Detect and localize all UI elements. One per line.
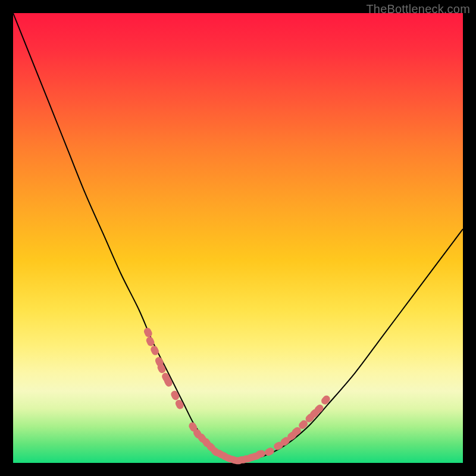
bottleneck-chart xyxy=(13,13,463,463)
curve-marker xyxy=(143,327,154,339)
curve-marker xyxy=(174,399,185,411)
marker-group xyxy=(143,327,331,465)
curve-marker xyxy=(170,390,180,402)
curve-marker xyxy=(320,394,332,406)
bottleneck-curve-line xyxy=(13,13,463,461)
